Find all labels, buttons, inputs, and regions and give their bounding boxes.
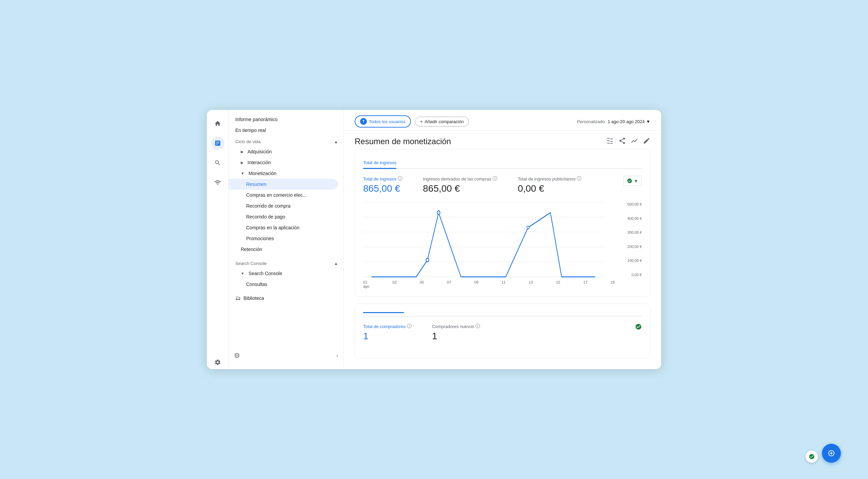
- x-label-07: 07: [447, 280, 451, 288]
- date-range-selector[interactable]: 1 ago-20 ago 2024 ▼: [608, 119, 650, 124]
- topbar: T Todos los usuarios + Añadir comparació…: [344, 110, 661, 131]
- nav-recorrido-pago-label: Recorrido de pago: [246, 214, 285, 219]
- fab-check-btn[interactable]: [806, 451, 818, 463]
- nav-biblioteca-label: Biblioteca: [243, 295, 264, 301]
- ingresos-pub-help-icon[interactable]: ⓘ: [577, 176, 581, 182]
- x-label-01: 01ago: [363, 280, 369, 288]
- nav-monetizacion-label: Monetización: [249, 171, 277, 176]
- nav-retencion[interactable]: Retención: [229, 244, 338, 255]
- date-chevron-icon: ▼: [646, 119, 650, 124]
- search-console-chevron-icon: ▲: [334, 261, 338, 266]
- edit-icon-btn[interactable]: [643, 137, 650, 146]
- nav-compras-comercio[interactable]: Compras en comercio elec...: [229, 190, 338, 200]
- revenue-card: Total de ingresos Total de ingresos ⓘ 86…: [355, 149, 650, 297]
- nav-recorrido-pago[interactable]: Recorrido de pago: [229, 211, 338, 222]
- ingresos-pub-value: 0,00 €: [518, 183, 582, 194]
- compradores-nuevos-value: 1: [432, 331, 480, 342]
- total-compradores-label: Total de compradores: [363, 324, 406, 329]
- y-label-0: 0,00 €: [616, 273, 642, 277]
- nav-interaccion[interactable]: ▶ Interacción: [229, 157, 338, 168]
- add-comparison-chip[interactable]: + Añadir comparación: [415, 117, 469, 127]
- y-label-500: 500,00 €: [616, 202, 642, 206]
- nav-search-console[interactable]: ▼ Search Console: [229, 268, 338, 279]
- settings-icon-btn[interactable]: [211, 356, 224, 369]
- user-segment-chip[interactable]: T Todos los usuarios: [355, 115, 411, 128]
- date-range-value: 1 ago-20 ago 2024: [608, 119, 645, 124]
- compradores-nuevos-metric: Compradores nuevos ⓘ 1: [432, 323, 480, 342]
- nav-promociones-label: Promociones: [246, 236, 274, 241]
- nav-recorrido-compra[interactable]: Recorrido de compra: [229, 200, 338, 211]
- sparkline-icon-btn[interactable]: [631, 137, 638, 146]
- nav-biblioteca[interactable]: 🗂 Biblioteca: [229, 292, 338, 304]
- compradores-nuevos-help-icon[interactable]: ⓘ: [475, 323, 480, 329]
- svg-point-7: [426, 258, 429, 262]
- nav-consultas-label: Consultas: [246, 282, 267, 287]
- fab-button[interactable]: [822, 444, 841, 463]
- svg-point-8: [527, 226, 529, 229]
- biblioteca-folder-icon: 🗂: [235, 295, 241, 301]
- nav-arrow-monetizacion: ▼: [241, 171, 244, 175]
- nav-retencion-label: Retención: [241, 247, 262, 252]
- nav-monetizacion[interactable]: ▼ Monetización: [229, 168, 338, 179]
- ciclo-de-vida-label: Ciclo de vida: [235, 139, 260, 144]
- buyers-check-btn[interactable]: [635, 323, 642, 331]
- ingresos-compras-label: Ingresos derivados de las compras: [423, 176, 491, 181]
- total-compradores-metric: Total de compradores ⓘ 1: [363, 323, 412, 342]
- nav-informe-panoramico[interactable]: Informe panorámico: [229, 114, 338, 125]
- x-label-05: 05: [420, 280, 424, 288]
- ingresos-compras-help-icon[interactable]: ⓘ: [493, 176, 497, 182]
- signals-icon-btn[interactable]: [211, 176, 224, 189]
- nav-compras-app-label: Compras en la aplicación: [246, 225, 299, 230]
- ingresos-compras-metric: Ingresos derivados de las compras ⓘ 865,…: [423, 176, 497, 194]
- y-label-400: 400,00 €: [616, 216, 642, 221]
- collapse-sidebar-btn[interactable]: ‹: [336, 353, 338, 358]
- nav-search-console-label: Search Console: [249, 271, 282, 276]
- nav-compras-aplicacion[interactable]: Compras en la aplicación: [229, 222, 338, 233]
- add-icon: +: [420, 119, 423, 124]
- total-compradores-value: 1: [363, 331, 412, 342]
- columns-icon-btn[interactable]: [606, 137, 614, 146]
- home-icon-btn[interactable]: [211, 117, 224, 130]
- y-label-300: 300,00 €: [616, 230, 642, 234]
- buyers-card: Total de compradores ⓘ 1 Compradores nue…: [355, 304, 650, 358]
- nav-promociones[interactable]: Promociones: [229, 233, 338, 244]
- nav-compras-comercio-label: Compras en comercio elec...: [246, 192, 307, 198]
- total-ingresos-help-icon[interactable]: ⓘ: [398, 176, 402, 182]
- nav-adquisicion-label: Adquisición: [248, 149, 272, 154]
- ciclo-de-vida-section-header[interactable]: Ciclo de vida ▲: [229, 136, 343, 146]
- nav-resumen[interactable]: → Resumen: [229, 179, 338, 190]
- x-label-11: 11: [501, 280, 506, 288]
- share-icon-btn[interactable]: [618, 137, 626, 146]
- x-label-15: 15: [556, 280, 560, 288]
- svg-point-6: [437, 211, 440, 214]
- nav-informe-label: Informe panorámico: [235, 117, 278, 122]
- page-header: Resumen de monetización: [344, 131, 661, 149]
- total-ingresos-label: Total de ingresos: [363, 176, 396, 181]
- nav-arrow-interaccion: ▶: [241, 160, 243, 165]
- search-console-section-header[interactable]: Search Console ▲: [229, 257, 343, 268]
- nav-resumen-label: Resumen: [246, 181, 267, 187]
- chip-label: Todos los usuarios: [369, 119, 406, 124]
- search-console-section-label: Search Console: [235, 261, 267, 266]
- nav-tiempo-label: En tiempo real: [235, 128, 266, 133]
- check-dropdown-btn[interactable]: ▼: [623, 176, 642, 186]
- ingresos-compras-value: 865,00 €: [423, 183, 497, 194]
- nav-interaccion-label: Interacción: [248, 160, 271, 165]
- total-ingresos-value: 865,00 €: [363, 183, 402, 194]
- add-comparison-label: Añadir comparación: [425, 119, 464, 124]
- nav-consultas[interactable]: Consultas: [229, 279, 338, 290]
- total-compradores-help-icon[interactable]: ⓘ: [407, 323, 412, 329]
- x-label-03: 03: [393, 280, 397, 288]
- nav-en-tiempo-real[interactable]: En tiempo real: [229, 125, 338, 136]
- ingresos-pub-label: Total de ingresos publicitarios: [518, 176, 576, 181]
- settings-btn[interactable]: ⚙: [234, 351, 240, 360]
- x-label-13: 13: [529, 280, 533, 288]
- search-icon-btn[interactable]: [211, 156, 224, 170]
- x-label-17: 17: [583, 280, 587, 288]
- nav-recorrido-compra-label: Recorrido de compra: [246, 203, 291, 209]
- nav-adquisicion[interactable]: ▶ Adquisición: [229, 146, 338, 157]
- total-ingresos-tab[interactable]: Total de ingresos: [363, 157, 396, 169]
- total-ingresos-metric: Total de ingresos ⓘ 865,00 €: [363, 176, 402, 194]
- analytics-icon-btn[interactable]: [211, 136, 224, 150]
- y-label-200: 200,00 €: [616, 245, 642, 249]
